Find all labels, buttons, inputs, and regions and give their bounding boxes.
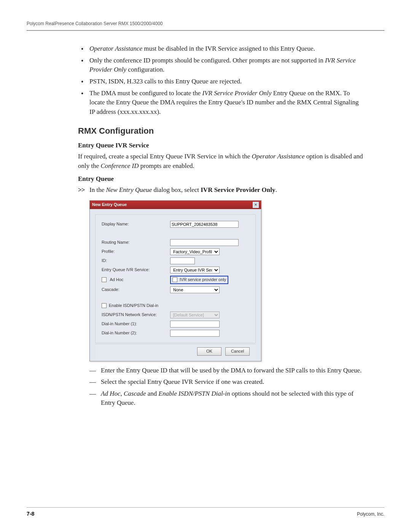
dialog-title-text: New Entry Queue (92, 202, 127, 208)
subheading-entry-queue: Entry Queue (78, 174, 365, 184)
label-ivr-provider: IVR service provider only (180, 277, 226, 283)
step-instruction: In the New Entry Queue dialog box, selec… (78, 185, 365, 195)
page-number: 7-8 (27, 511, 34, 517)
document-page: Polycom RealPresence Collaboration Serve… (0, 0, 411, 532)
ivr-provider-checkbox[interactable] (172, 277, 177, 282)
dialog-button-row: OK Cancel (95, 344, 256, 359)
section-heading: RMX Configuration (78, 125, 365, 137)
label-adhoc: Ad Hoc (102, 277, 170, 283)
cancel-button[interactable]: Cancel (225, 347, 250, 356)
page-footer: 7-8 Polycom, Inc. (27, 507, 384, 517)
header-divider (27, 30, 384, 31)
bullet-item: PSTN, ISDN, H.323 calls to this Entry Qu… (78, 77, 365, 86)
row-isdn-service: ISDN/PSTN Network Service: [Default Serv… (102, 312, 252, 318)
bullet-list: Operator Assistance must be disabled in … (78, 44, 365, 117)
row-dialin1: Dial-in Number (1): (102, 321, 252, 328)
row-display-name: Display Name: (102, 221, 252, 228)
row-routing-name: Routing Name: (102, 239, 252, 246)
close-icon[interactable]: × (253, 202, 259, 208)
ivr-provider-highlight: IVR service provider only (170, 276, 228, 284)
label-enable-isdn: Enable ISDN/PSTN Dial-in (109, 303, 158, 309)
label-dialin1: Dial-in Number (1): (102, 321, 170, 327)
isdn-service-select: [Default Service] (170, 312, 220, 318)
row-adhoc: Ad Hoc IVR service provider only (102, 276, 252, 284)
enable-isdn-checkbox[interactable] (102, 303, 107, 308)
dialin2-field[interactable] (170, 330, 220, 337)
running-header: Polycom RealPresence Collaboration Serve… (27, 21, 384, 26)
dialog-titlebar: New Entry Queue × (90, 201, 261, 209)
row-eq-ivr: Entry Queue IVR Service: Entry Queue IVR… (102, 267, 252, 273)
new-entry-queue-dialog: New Entry Queue × Display Name: Routing … (89, 200, 261, 361)
paragraph: If required, create a special Entry Queu… (78, 152, 365, 171)
dash-list: Enter the Entry Queue ID that will be us… (89, 366, 365, 408)
cascade-select[interactable]: None (170, 286, 220, 293)
label-id: ID: (102, 258, 170, 264)
display-name-field[interactable] (170, 221, 239, 228)
bullet-item: Operator Assistance must be disabled in … (78, 44, 365, 54)
row-id: ID: (102, 257, 252, 264)
label-dialin2: Dial-in Number (2): (102, 330, 170, 336)
dash-item: Ad Hoc, Cascade and Enable ISDN/PSTN Dia… (89, 389, 365, 408)
label-profile: Profile: (102, 249, 170, 255)
profile-select[interactable]: Factory_Video_Profile (170, 248, 220, 255)
bullet-item: Only the conference ID prompts should be… (78, 56, 365, 75)
row-dialin2: Dial-in Number (2): (102, 330, 252, 337)
bullet-item: The DMA must be configured to locate the… (78, 89, 365, 117)
dash-item: Enter the Entry Queue ID that will be us… (89, 366, 365, 375)
row-profile: Profile: Factory_Video_Profile (102, 248, 252, 255)
dash-item: Select the special Entry Queue IVR Servi… (89, 377, 365, 387)
page-content: Operator Assistance must be disabled in … (78, 44, 365, 408)
routing-name-field[interactable] (170, 239, 239, 246)
ok-button[interactable]: OK (197, 347, 221, 356)
label-routing-name: Routing Name: (102, 240, 170, 246)
id-field[interactable] (170, 257, 195, 264)
subheading-ivr-service: Entry Queue IVR Service (78, 141, 365, 150)
row-cascade: Cascade: None (102, 286, 252, 293)
label-eq-ivr: Entry Queue IVR Service: (102, 267, 170, 273)
row-enable-isdn: Enable ISDN/PSTN Dial-in (102, 302, 252, 309)
label-isdn-service: ISDN/PSTN Network Service: (102, 312, 170, 318)
dialog-body: Display Name: Routing Name: Profile: Fac… (90, 209, 261, 361)
eq-ivr-select[interactable]: Entry Queue IVR Service (170, 267, 220, 273)
adhoc-checkbox[interactable] (102, 277, 107, 282)
dialin1-field[interactable] (170, 321, 220, 328)
dialog-form-panel: Display Name: Routing Name: Profile: Fac… (95, 214, 256, 343)
label-display-name: Display Name: (102, 221, 170, 227)
label-cascade: Cascade: (102, 287, 170, 293)
footer-company: Polycom, Inc. (357, 511, 384, 517)
